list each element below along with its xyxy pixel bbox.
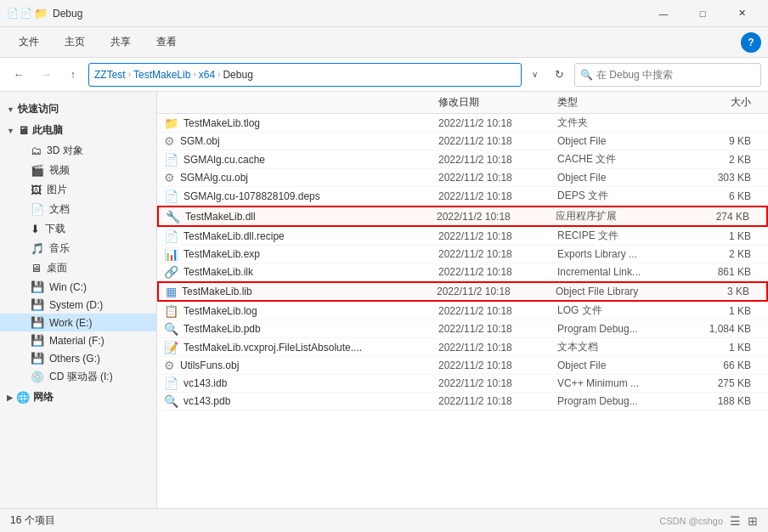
file-size-12: 1 KB [693,342,761,354]
ribbon-tab-view[interactable]: 查看 [144,30,189,54]
header-date[interactable]: 修改日期 [438,95,557,110]
table-row[interactable]: 📋 TestMakeLib.log 2022/11/2 10:18 LOG 文件… [157,302,768,320]
table-row[interactable]: 🔗 TestMakeLib.ilk 2022/11/2 10:18 Increm… [157,263,768,281]
breadcrumb-testmakelib[interactable]: TestMakeLib [133,69,190,81]
sidebar-item-label-drive-g: Others (G:) [49,353,100,365]
sidebar-item-3d[interactable]: 🗂 3D 对象 [0,141,156,161]
table-row[interactable]: ⚙ SGM.obj 2022/11/2 10:18 Object File 9 … [157,133,768,150]
file-list-header: 修改日期 类型 大小 [157,92,768,114]
file-icon-10: 📋 [164,304,178,318]
sidebar-item-music[interactable]: 🎵 音乐 [0,239,156,258]
file-date-7: 2022/11/2 10:18 [438,248,557,260]
table-row[interactable]: ▦ TestMakeLib.lib 2022/11/2 10:18 Object… [157,281,768,302]
table-row[interactable]: 📄 vc143.idb 2022/11/2 10:18 VC++ Minimum… [157,375,768,393]
table-row[interactable]: 🔍 vc143.pdb 2022/11/2 10:18 Program Debu… [157,393,768,410]
ribbon-tab-home[interactable]: 主页 [53,30,97,54]
file-size-8: 861 KB [693,266,761,278]
file-size-1: 9 KB [693,135,761,147]
maximize-button[interactable]: □ [683,0,722,27]
sidebar-item-label-music: 音乐 [49,241,70,256]
breadcrumb[interactable]: ZZTest › TestMakeLib › x64 › Debug [88,63,522,87]
file-name-1: SGM.obj [180,135,438,147]
table-row[interactable]: 📝 TestMakeLib.vcxproj.FileListAbsolute..… [157,338,768,357]
file-type-12: 文本文档 [557,340,693,354]
table-row[interactable]: ⚙ UtilsFuns.obj 2022/11/2 10:18 Object F… [157,357,768,375]
sidebar-item-label-pictures: 图片 [47,183,67,197]
file-icon-7: 📊 [164,247,178,261]
table-row[interactable]: 🔧 TestMakeLib.dll 2022/11/2 10:18 应用程序扩展… [157,206,768,227]
sidebar-item-documents[interactable]: 📄 文档 [0,200,156,219]
file-size-9: 3 KB [692,286,760,297]
file-date-3: 2022/11/2 10:18 [438,172,557,184]
drive-e-icon: 💾 [31,316,44,329]
refresh-button[interactable]: ↻ [547,63,571,87]
drive-g-icon: 💾 [31,352,44,365]
table-row[interactable]: ⚙ SGMAlg.cu.obj 2022/11/2 10:18 Object F… [157,169,768,187]
ribbon-tab-file[interactable]: 文件 [7,30,51,54]
sidebar-item-video[interactable]: 🎬 视频 [0,161,156,180]
sidebar-item-pictures[interactable]: 🖼 图片 [0,180,156,200]
up-button[interactable]: ↑ [61,63,85,87]
back-button[interactable]: ← [7,63,31,87]
title-bar-icon3: 📁 [34,7,48,20]
file-date-4: 2022/11/2 10:18 [438,190,557,202]
file-size-5: 274 KB [692,211,760,223]
breadcrumb-dropdown-button[interactable]: ∨ [525,63,544,87]
table-row[interactable]: 🔍 TestMakeLib.pdb 2022/11/2 10:18 Progra… [157,320,768,338]
table-row[interactable]: 📄 TestMakeLib.dll.recipe 2022/11/2 10:18… [157,227,768,246]
search-input[interactable] [596,69,755,81]
table-row[interactable]: 📄 SGMAlg.cu-1078828109.deps 2022/11/2 10… [157,187,768,206]
file-icon-2: 📄 [164,153,178,167]
file-icon-15: 🔍 [164,394,178,408]
file-icon-0: 📁 [164,116,178,130]
file-rows-container: 📁 TestMakeLib.tlog 2022/11/2 10:18 文件夹 ⚙… [157,114,768,410]
file-size-2: 2 KB [693,154,761,166]
ribbon-help-button[interactable]: ? [741,32,761,53]
minimize-button[interactable]: — [644,0,683,27]
file-icon-12: 📝 [164,341,178,354]
table-row[interactable]: 📊 TestMakeLib.exp 2022/11/2 10:18 Export… [157,246,768,263]
sidebar-this-pc[interactable]: ▼ 🖥 此电脑 [0,120,156,141]
sidebar-item-drive-g[interactable]: 💾 Others (G:) [0,349,156,367]
sidebar-item-drive-d[interactable]: 💾 System (D:) [0,296,156,314]
forward-button[interactable]: → [34,63,58,87]
file-icon-11: 🔍 [164,322,178,336]
file-size-10: 1 KB [693,305,761,317]
sidebar-quick-access[interactable]: ▼ 快速访问 [0,99,156,120]
header-size[interactable]: 大小 [693,95,761,110]
breadcrumb-zztest[interactable]: ZZTest [94,69,126,81]
view-list-button[interactable]: ☰ [730,514,741,528]
table-row[interactable]: 📁 TestMakeLib.tlog 2022/11/2 10:18 文件夹 [157,114,768,133]
sidebar-item-desktop[interactable]: 🖥 桌面 [0,258,156,278]
sidebar-item-downloads[interactable]: ⬇ 下载 [0,219,156,239]
sidebar-item-drive-c[interactable]: 💾 Win (C:) [0,278,156,296]
view-grid-button[interactable]: ⊞ [748,514,758,528]
header-type[interactable]: 类型 [557,95,693,110]
sidebar-item-drive-f[interactable]: 💾 Material (F:) [0,331,156,349]
drive-f-icon: 💾 [31,334,44,347]
status-right: CSDN @cshgo ☰ ⊞ [659,514,758,528]
sidebar-network[interactable]: ▶ 🌐 网络 [0,387,156,408]
sidebar-item-drive-i[interactable]: 💿 CD 驱动器 (I:) [0,367,156,387]
search-bar[interactable]: 🔍 [574,63,761,87]
breadcrumb-chevron3: › [217,70,220,79]
file-size-3: 303 KB [693,172,761,184]
file-name-15: vc143.pdb [184,395,438,407]
ribbon-tab-share[interactable]: 共享 [99,30,143,54]
file-date-2: 2022/11/2 10:18 [438,154,557,166]
file-type-13: Object File [557,359,693,371]
sidebar-item-label-3d: 3D 对象 [47,144,83,158]
sidebar-item-drive-e[interactable]: 💾 Work (E:) [0,314,156,331]
file-name-11: TestMakeLib.pdb [184,323,438,335]
drive-i-icon: 💿 [31,371,44,383]
close-button[interactable]: ✕ [722,0,761,27]
breadcrumb-x64[interactable]: x64 [199,69,215,81]
breadcrumb-debug[interactable]: Debug [223,69,252,81]
file-icon-5: 🔧 [166,210,180,224]
file-icon-3: ⚙ [164,171,175,184]
table-row[interactable]: 📄 SGMAlg.cu.cache 2022/11/2 10:18 CACHE … [157,150,768,169]
title-text: Debug [53,8,644,20]
file-size-14: 275 KB [693,377,761,389]
file-name-9: TestMakeLib.lib [182,286,437,297]
title-bar-icon2: 📄 [20,8,32,19]
